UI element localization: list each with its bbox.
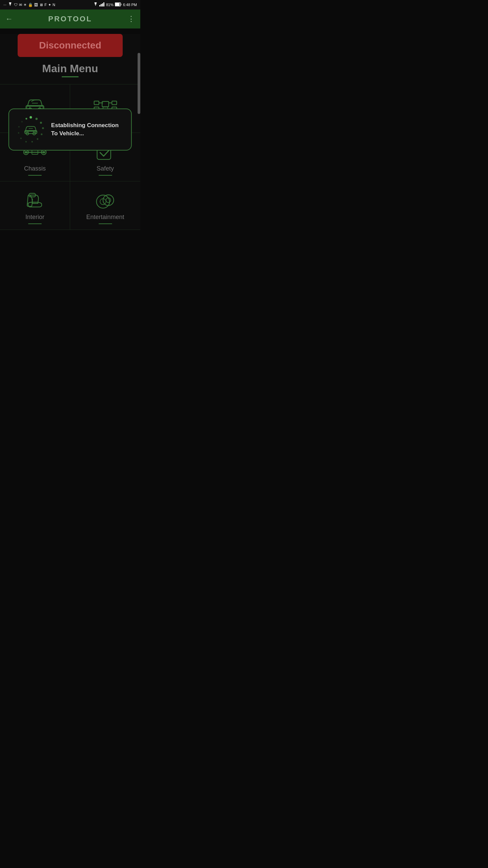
svg-point-41 xyxy=(25,141,27,142)
interior-underline xyxy=(28,223,42,224)
signal-bars xyxy=(99,2,105,7)
svg-point-32 xyxy=(103,195,114,206)
svg-rect-2 xyxy=(102,3,103,6)
svg-point-42 xyxy=(20,138,22,139)
svg-rect-3 xyxy=(103,2,104,6)
flipboard-icon: F xyxy=(44,3,47,7)
svg-rect-1 xyxy=(101,4,102,6)
bluetooth-icon: ✦ xyxy=(48,3,51,7)
entertainment-icon xyxy=(94,192,117,210)
image-icon: 🖼 xyxy=(34,3,38,7)
app-title: PROTOOL xyxy=(48,15,92,23)
nfc-icon: N xyxy=(53,3,55,7)
menu-item-entertainment[interactable]: Entertainment xyxy=(70,181,140,230)
svg-point-35 xyxy=(36,118,38,120)
chassis-label: Chassis xyxy=(24,165,46,172)
battery-level: 81% xyxy=(106,3,114,7)
svg-point-39 xyxy=(37,138,38,140)
safety-underline xyxy=(99,175,112,176)
disconnected-button[interactable]: Disconnected xyxy=(18,34,123,57)
status-left: ··· 🛡 ✉ ☀ 🔒 🖼 🖥 F ✦ N xyxy=(3,2,55,7)
wifi-icon xyxy=(8,2,13,7)
svg-rect-52 xyxy=(34,131,36,133)
main-menu-title: Main Menu xyxy=(0,62,140,75)
time: 6:48 PM xyxy=(123,3,137,7)
svg-rect-51 xyxy=(26,131,28,133)
svg-rect-20 xyxy=(112,101,117,105)
chassis-underline xyxy=(28,175,42,176)
title-underline xyxy=(62,76,79,77)
menu-item-interior[interactable]: Interior xyxy=(0,181,70,230)
svg-point-43 xyxy=(18,132,19,134)
loading-message: Establishing Connection To Vehicle... xyxy=(51,121,123,138)
back-button[interactable]: ← xyxy=(5,15,13,23)
monitor-icon: 🖥 xyxy=(39,3,43,7)
svg-rect-5 xyxy=(115,3,120,6)
entertainment-underline xyxy=(99,223,112,224)
interior-icon xyxy=(23,192,47,210)
status-bar: ··· 🛡 ✉ ☀ 🔒 🖼 🖥 F ✦ N 81% 6:48 PM xyxy=(0,0,140,9)
notification-dots: ··· xyxy=(3,3,6,7)
svg-point-37 xyxy=(42,127,44,129)
svg-point-45 xyxy=(21,121,23,123)
safety-label: Safety xyxy=(97,165,114,172)
more-menu-button[interactable]: ⋮ xyxy=(127,15,135,23)
loading-dialog: Establishing Connection To Vehicle... xyxy=(8,108,132,151)
svg-point-38 xyxy=(41,133,42,135)
svg-point-47 xyxy=(29,116,32,119)
svg-rect-0 xyxy=(99,5,100,6)
car-small-icon xyxy=(23,124,38,135)
svg-rect-12 xyxy=(94,101,99,105)
svg-point-46 xyxy=(25,118,27,119)
spinner-container xyxy=(17,116,44,143)
shield-icon: 🛡 xyxy=(14,3,18,7)
entertainment-label: Entertainment xyxy=(86,214,124,221)
svg-point-44 xyxy=(18,126,20,127)
svg-rect-16 xyxy=(102,101,108,107)
interior-label: Interior xyxy=(25,214,44,221)
svg-point-40 xyxy=(32,141,33,142)
app-bar: ← PROTOOL ⋮ xyxy=(0,9,140,28)
lock-icon: 🔒 xyxy=(28,3,33,7)
mail-icon: ✉ xyxy=(19,3,22,7)
svg-rect-6 xyxy=(121,4,121,5)
sun-icon: ☀ xyxy=(23,3,27,7)
menu-grid: Vehicle Drivetrain xyxy=(0,84,140,230)
wifi-strength-icon xyxy=(93,2,98,7)
main-content: Disconnected Main Menu Vehicle xyxy=(0,34,140,230)
battery-icon xyxy=(115,2,122,7)
svg-point-36 xyxy=(40,122,42,124)
status-right: 81% 6:48 PM xyxy=(93,2,137,7)
